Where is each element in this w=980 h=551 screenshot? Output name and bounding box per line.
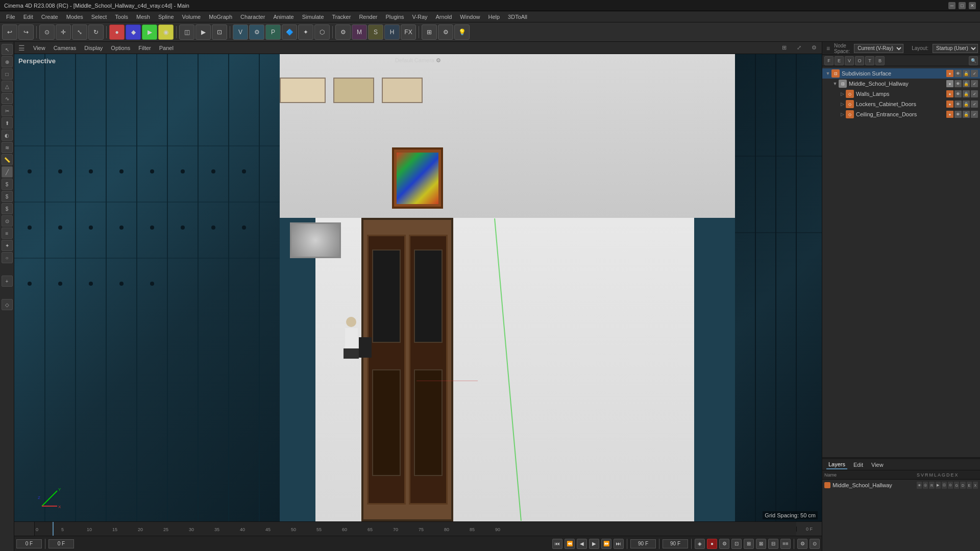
layer-icon-d[interactable]: D: [960, 482, 965, 489]
tree-action-vis[interactable]: 👁: [954, 70, 962, 77]
tree-expand-hallway[interactable]: ▼: [831, 80, 839, 87]
tool-spline[interactable]: ∿: [2, 93, 13, 104]
toolbar-live-selection[interactable]: ⊙: [39, 24, 55, 40]
layer-row-hallway[interactable]: Middle_School_Hallway 👁 ◎ R ▶ ⊡ ⊙ G D E …: [822, 481, 980, 490]
tree-tb-bookmarks[interactable]: B: [875, 56, 885, 65]
record-button[interactable]: ●: [707, 539, 717, 549]
tree-item-subdivision[interactable]: ▼ ⊡ Subdivision Surface ● 👁 🔒 ✓: [822, 68, 980, 79]
menu-mesh[interactable]: Mesh: [132, 13, 154, 21]
tree-action-color-h[interactable]: ●: [946, 80, 953, 87]
viewport-settings-icon[interactable]: ⚙: [812, 44, 817, 51]
tool-dollar2[interactable]: $: [2, 191, 13, 202]
tree-action-color-c[interactable]: ●: [946, 111, 953, 118]
motion-extra-button[interactable]: ⊙: [810, 539, 820, 549]
menu-3dtoall[interactable]: 3DToAll: [504, 13, 531, 21]
fps-input[interactable]: [663, 539, 688, 548]
tree-action-lock-w[interactable]: 🔒: [963, 90, 970, 97]
layer-icon-s[interactable]: 👁: [917, 482, 922, 489]
tool-layers[interactable]: ≡: [2, 228, 13, 239]
close-button[interactable]: ✕: [969, 2, 976, 9]
tree-item-lockers[interactable]: ▷ ◇ Lockers_Cabinet_Doors ● 👁 🔒 ✓: [822, 99, 980, 109]
autokey-button[interactable]: ⚙: [719, 539, 729, 549]
menu-volume[interactable]: Volume: [178, 13, 205, 21]
menu-vray[interactable]: V-Ray: [408, 13, 432, 21]
start-frame-input[interactable]: [48, 539, 74, 548]
toolbar-plugin-6[interactable]: ⬡: [314, 24, 330, 40]
layer-icon-e[interactable]: E: [967, 482, 972, 489]
tool-fx[interactable]: ✦: [2, 240, 13, 251]
menu-character[interactable]: Character: [236, 13, 269, 21]
tree-action-vis-h[interactable]: 👁: [954, 80, 962, 87]
toolbar-polygon-mode[interactable]: ◆: [126, 24, 141, 40]
tree-action-vis-c[interactable]: 👁: [954, 111, 962, 118]
layers-tab[interactable]: Layers: [826, 460, 847, 469]
layers-edit-tab[interactable]: Edit: [851, 461, 865, 469]
viewport-menu-panel[interactable]: Panel: [159, 45, 174, 51]
menu-plugins[interactable]: Plugins: [381, 13, 408, 21]
toolbar-workspace[interactable]: ⚙: [438, 24, 453, 40]
tool-box[interactable]: □: [2, 68, 13, 80]
play-reverse-button[interactable]: ◀: [577, 539, 587, 549]
menu-help[interactable]: Help: [484, 13, 504, 21]
timeline-scrubber[interactable]: [53, 522, 54, 536]
layer-icon-g[interactable]: G: [954, 482, 959, 489]
tree-tb-edit[interactable]: E: [835, 56, 844, 65]
layers-view-tab[interactable]: View: [869, 461, 886, 469]
toolbar-plugin-5[interactable]: ✦: [298, 24, 313, 40]
tool-object[interactable]: ◇: [2, 299, 13, 310]
toolbar-fx[interactable]: FX: [401, 24, 416, 40]
tree-action-color-l[interactable]: ●: [946, 101, 953, 108]
viewport-menu-icon[interactable]: ☰: [18, 44, 25, 52]
menu-render[interactable]: Render: [355, 13, 381, 21]
menu-tracker[interactable]: Tracker: [328, 13, 355, 21]
maximize-button[interactable]: □: [959, 2, 966, 9]
motion-clip-button[interactable]: ≡≡: [780, 539, 791, 549]
key-all-button[interactable]: ◈: [695, 539, 705, 549]
toolbar-render[interactable]: ▶: [195, 24, 211, 40]
tool-paint[interactable]: ◐: [2, 130, 13, 141]
next-frame-button[interactable]: ⏭: [614, 539, 624, 549]
toolbar-light[interactable]: 💡: [454, 24, 470, 40]
tool-dollar[interactable]: $: [2, 179, 13, 190]
toolbar-snap[interactable]: ◫: [179, 24, 194, 40]
toolbar-plugin-2[interactable]: ⚙: [249, 24, 264, 40]
layer-icon-x[interactable]: X: [973, 482, 978, 489]
tree-expand-subdivision[interactable]: ▼: [824, 70, 831, 77]
tree-tb-tags[interactable]: T: [865, 56, 874, 65]
toolbar-grid[interactable]: ⊞: [422, 24, 437, 40]
tree-tb-file[interactable]: F: [824, 56, 834, 65]
tree-expand-ceiling[interactable]: ▷: [839, 111, 846, 118]
node-space-select[interactable]: Current (V-Ray): [854, 44, 903, 53]
tree-expand-lockers[interactable]: ▷: [839, 101, 846, 108]
title-bar-controls[interactable]: ─ □ ✕: [948, 2, 976, 9]
menu-select[interactable]: Select: [87, 13, 111, 21]
go-to-start-button[interactable]: ⏮: [552, 539, 562, 549]
menu-tools[interactable]: Tools: [111, 13, 132, 21]
tree-action-vis-l[interactable]: 👁: [954, 101, 962, 108]
key-scale-button[interactable]: ⊟: [768, 539, 778, 549]
end-frame-input[interactable]: [630, 539, 656, 548]
tree-action-color[interactable]: ●: [946, 70, 953, 77]
viewport-menu-cameras[interactable]: Cameras: [54, 45, 77, 51]
layer-icon-m[interactable]: ▶: [936, 482, 941, 489]
key-pos-button[interactable]: ⊞: [744, 539, 754, 549]
viewport-menu-filter[interactable]: Filter: [138, 45, 151, 51]
viewport-menu-options[interactable]: Options: [111, 45, 130, 51]
tree-action-check-c[interactable]: ✓: [971, 111, 978, 118]
toolbar-rotate[interactable]: ↻: [88, 24, 104, 40]
play-forward-button[interactable]: ⏩: [601, 539, 611, 549]
menu-create[interactable]: Create: [37, 13, 62, 21]
tree-action-check-w[interactable]: ✓: [971, 90, 978, 97]
layout-select[interactable]: Startup (User): [933, 44, 978, 53]
viewport-fullscreen-icon[interactable]: ⤢: [797, 44, 801, 51]
tool-add[interactable]: +: [2, 276, 13, 287]
menu-simulate[interactable]: Simulate: [298, 13, 328, 21]
viewport-menu-display[interactable]: Display: [84, 45, 103, 51]
tree-expand-walls[interactable]: ▷: [839, 90, 846, 97]
prev-frame-button[interactable]: ⏪: [565, 539, 575, 549]
menu-window[interactable]: Window: [456, 13, 484, 21]
timeline-ruler[interactable]: 0 5 10 15 20 25 30 35 40 45 50 55 60 65 …: [35, 522, 796, 536]
tree-action-lock-l[interactable]: 🔒: [963, 101, 970, 108]
tool-line[interactable]: ╱: [2, 166, 13, 178]
toolbar-plugin-1[interactable]: V: [233, 24, 248, 40]
